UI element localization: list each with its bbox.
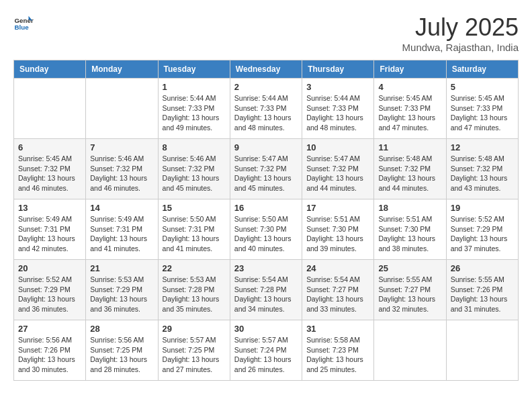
day-info: Sunrise: 5:50 AM Sunset: 7:31 PM Dayligh… [163, 214, 226, 254]
day-number: 30 [234, 324, 298, 334]
day-number: 12 [451, 142, 514, 152]
day-number: 19 [451, 203, 514, 213]
day-number: 15 [163, 203, 226, 213]
weekday-header-cell: Thursday [302, 60, 374, 79]
day-number: 20 [18, 263, 81, 273]
day-info: Sunrise: 5:52 AM Sunset: 7:29 PM Dayligh… [451, 214, 514, 254]
day-info: Sunrise: 5:45 AM Sunset: 7:33 PM Dayligh… [378, 93, 441, 133]
calendar-day-cell: 7Sunrise: 5:46 AM Sunset: 7:32 PM Daylig… [86, 139, 158, 199]
day-info: Sunrise: 5:57 AM Sunset: 7:24 PM Dayligh… [234, 335, 298, 375]
day-number: 29 [163, 324, 226, 334]
day-number: 22 [163, 263, 226, 273]
day-number: 31 [306, 324, 369, 334]
day-number: 27 [18, 324, 81, 334]
calendar-day-cell: 29Sunrise: 5:57 AM Sunset: 7:25 PM Dayli… [158, 320, 230, 381]
day-info: Sunrise: 5:51 AM Sunset: 7:30 PM Dayligh… [378, 214, 441, 254]
day-info: Sunrise: 5:56 AM Sunset: 7:26 PM Dayligh… [18, 335, 81, 375]
calendar-day-cell: 1Sunrise: 5:44 AM Sunset: 7:33 PM Daylig… [158, 79, 230, 139]
day-info: Sunrise: 5:47 AM Sunset: 7:32 PM Dayligh… [234, 154, 298, 193]
calendar-week-row: 27Sunrise: 5:56 AM Sunset: 7:26 PM Dayli… [14, 320, 519, 381]
calendar-day-cell: 12Sunrise: 5:48 AM Sunset: 7:32 PM Dayli… [446, 139, 518, 199]
day-info: Sunrise: 5:44 AM Sunset: 7:33 PM Dayligh… [234, 93, 298, 133]
logo-icon: General Blue [13, 13, 34, 34]
calendar-day-cell: 25Sunrise: 5:55 AM Sunset: 7:27 PM Dayli… [374, 260, 446, 320]
day-info: Sunrise: 5:46 AM Sunset: 7:32 PM Dayligh… [163, 154, 226, 193]
day-number: 3 [306, 82, 369, 92]
day-number: 21 [90, 263, 153, 273]
day-number: 13 [18, 203, 81, 213]
day-number: 5 [451, 82, 514, 92]
calendar-day-cell [86, 79, 158, 139]
day-number: 4 [378, 82, 441, 92]
weekday-header-cell: Saturday [446, 60, 518, 79]
day-number: 10 [306, 142, 369, 152]
calendar-week-row: 13Sunrise: 5:49 AM Sunset: 7:31 PM Dayli… [14, 199, 519, 260]
day-info: Sunrise: 5:49 AM Sunset: 7:31 PM Dayligh… [90, 214, 153, 254]
day-number: 28 [90, 324, 153, 334]
day-number: 8 [163, 142, 226, 152]
day-info: Sunrise: 5:54 AM Sunset: 7:27 PM Dayligh… [306, 275, 369, 314]
calendar-day-cell: 20Sunrise: 5:52 AM Sunset: 7:29 PM Dayli… [14, 260, 86, 320]
day-number: 23 [234, 263, 298, 273]
calendar-week-row: 20Sunrise: 5:52 AM Sunset: 7:29 PM Dayli… [14, 260, 519, 320]
calendar-day-cell: 21Sunrise: 5:53 AM Sunset: 7:29 PM Dayli… [86, 260, 158, 320]
day-number: 7 [90, 142, 153, 152]
weekday-header-cell: Friday [374, 60, 446, 79]
calendar-week-row: 1Sunrise: 5:44 AM Sunset: 7:33 PM Daylig… [14, 79, 519, 139]
day-number: 14 [90, 203, 153, 213]
svg-text:Blue: Blue [15, 24, 30, 31]
calendar-day-cell: 2Sunrise: 5:44 AM Sunset: 7:33 PM Daylig… [230, 79, 302, 139]
calendar-day-cell: 8Sunrise: 5:46 AM Sunset: 7:32 PM Daylig… [158, 139, 230, 199]
day-info: Sunrise: 5:54 AM Sunset: 7:28 PM Dayligh… [234, 275, 298, 314]
day-info: Sunrise: 5:52 AM Sunset: 7:29 PM Dayligh… [18, 275, 81, 314]
calendar-day-cell: 28Sunrise: 5:56 AM Sunset: 7:25 PM Dayli… [86, 320, 158, 381]
calendar-day-cell: 24Sunrise: 5:54 AM Sunset: 7:27 PM Dayli… [302, 260, 374, 320]
page-header: General Blue July 2025 Mundwa, Rajasthan… [13, 13, 519, 53]
calendar-day-cell: 18Sunrise: 5:51 AM Sunset: 7:30 PM Dayli… [374, 199, 446, 260]
month-title: July 2025 [402, 13, 519, 42]
day-info: Sunrise: 5:55 AM Sunset: 7:26 PM Dayligh… [451, 275, 514, 314]
calendar-day-cell: 3Sunrise: 5:44 AM Sunset: 7:33 PM Daylig… [302, 79, 374, 139]
day-info: Sunrise: 5:46 AM Sunset: 7:32 PM Dayligh… [90, 154, 153, 193]
title-block: July 2025 Mundwa, Rajasthan, India [402, 13, 519, 53]
day-info: Sunrise: 5:45 AM Sunset: 7:33 PM Dayligh… [451, 93, 514, 133]
day-info: Sunrise: 5:49 AM Sunset: 7:31 PM Dayligh… [18, 214, 81, 254]
day-number: 6 [18, 142, 81, 152]
day-number: 24 [306, 263, 369, 273]
calendar-day-cell: 6Sunrise: 5:45 AM Sunset: 7:32 PM Daylig… [14, 139, 86, 199]
day-info: Sunrise: 5:44 AM Sunset: 7:33 PM Dayligh… [306, 93, 369, 133]
logo: General Blue [13, 13, 34, 34]
calendar-day-cell: 22Sunrise: 5:53 AM Sunset: 7:28 PM Dayli… [158, 260, 230, 320]
calendar-table: SundayMondayTuesdayWednesdayThursdayFrid… [13, 60, 519, 381]
calendar-day-cell: 30Sunrise: 5:57 AM Sunset: 7:24 PM Dayli… [230, 320, 302, 381]
day-number: 18 [378, 203, 441, 213]
calendar-day-cell: 13Sunrise: 5:49 AM Sunset: 7:31 PM Dayli… [14, 199, 86, 260]
day-info: Sunrise: 5:45 AM Sunset: 7:32 PM Dayligh… [18, 154, 81, 193]
day-number: 11 [378, 142, 441, 152]
calendar-day-cell: 26Sunrise: 5:55 AM Sunset: 7:26 PM Dayli… [446, 260, 518, 320]
calendar-day-cell [446, 320, 518, 381]
weekday-header-cell: Monday [86, 60, 158, 79]
calendar-day-cell: 17Sunrise: 5:51 AM Sunset: 7:30 PM Dayli… [302, 199, 374, 260]
day-number: 16 [234, 203, 298, 213]
calendar-day-cell: 5Sunrise: 5:45 AM Sunset: 7:33 PM Daylig… [446, 79, 518, 139]
day-info: Sunrise: 5:57 AM Sunset: 7:25 PM Dayligh… [163, 335, 226, 375]
calendar-day-cell [14, 79, 86, 139]
day-number: 2 [234, 82, 298, 92]
calendar-day-cell: 14Sunrise: 5:49 AM Sunset: 7:31 PM Dayli… [86, 199, 158, 260]
day-info: Sunrise: 5:56 AM Sunset: 7:25 PM Dayligh… [90, 335, 153, 375]
calendar-day-cell: 23Sunrise: 5:54 AM Sunset: 7:28 PM Dayli… [230, 260, 302, 320]
day-number: 17 [306, 203, 369, 213]
calendar-day-cell: 10Sunrise: 5:47 AM Sunset: 7:32 PM Dayli… [302, 139, 374, 199]
calendar-day-cell: 19Sunrise: 5:52 AM Sunset: 7:29 PM Dayli… [446, 199, 518, 260]
location: Mundwa, Rajasthan, India [402, 42, 519, 53]
day-info: Sunrise: 5:55 AM Sunset: 7:27 PM Dayligh… [378, 275, 441, 314]
weekday-header-row: SundayMondayTuesdayWednesdayThursdayFrid… [14, 60, 519, 79]
weekday-header-cell: Wednesday [230, 60, 302, 79]
calendar-day-cell: 16Sunrise: 5:50 AM Sunset: 7:30 PM Dayli… [230, 199, 302, 260]
day-info: Sunrise: 5:58 AM Sunset: 7:23 PM Dayligh… [306, 335, 369, 375]
calendar-day-cell: 27Sunrise: 5:56 AM Sunset: 7:26 PM Dayli… [14, 320, 86, 381]
calendar-day-cell: 31Sunrise: 5:58 AM Sunset: 7:23 PM Dayli… [302, 320, 374, 381]
day-info: Sunrise: 5:47 AM Sunset: 7:32 PM Dayligh… [306, 154, 369, 193]
calendar-week-row: 6Sunrise: 5:45 AM Sunset: 7:32 PM Daylig… [14, 139, 519, 199]
